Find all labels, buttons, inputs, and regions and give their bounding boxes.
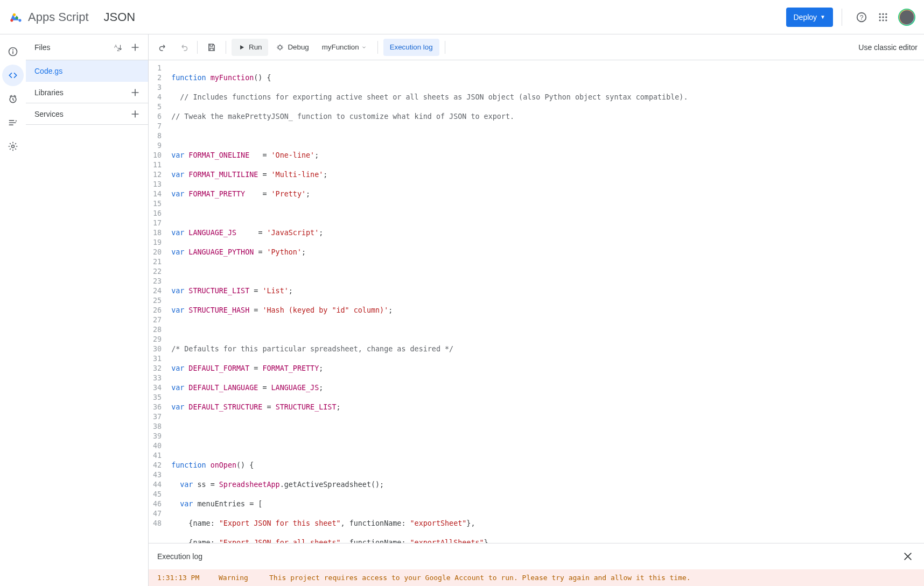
gear-icon [8,141,18,152]
sort-icon: AZ [113,43,123,52]
info-icon [8,46,18,57]
undo-button[interactable] [155,39,172,56]
close-icon [902,551,913,562]
execution-log-title: Execution log [157,552,900,561]
debug-label: Debug [288,43,309,51]
apps-script-logo-icon [9,10,24,25]
svg-text:Z: Z [117,47,120,52]
project-name[interactable]: JSON [104,10,136,24]
rail-editor[interactable] [2,65,24,86]
svg-point-12 [879,19,881,21]
plus-icon [130,109,141,119]
executions-icon [8,117,18,128]
close-execution-log-button[interactable] [900,549,915,564]
execution-log-row: 1:31:13 PM Warning This project requires… [149,569,924,586]
rail-triggers[interactable] [2,88,24,110]
file-code-gs[interactable]: Code.gs [26,60,148,82]
apps-grid-button[interactable] [872,6,894,28]
avatar[interactable] [898,9,915,26]
separator [377,41,378,54]
svg-point-8 [885,13,887,15]
line-gutter: 1234567891011121314151617181920212223242… [149,60,171,543]
help-button[interactable]: ? [851,6,872,28]
debug-button[interactable]: Debug [270,39,314,56]
add-file-button[interactable] [127,39,144,56]
svg-point-13 [882,19,884,21]
left-rail [0,34,26,586]
svg-point-10 [882,16,884,18]
deploy-button[interactable]: Deploy ▼ [786,8,834,27]
help-icon: ? [856,11,867,23]
code-content[interactable]: function myFunction() { // Includes func… [171,60,924,543]
use-classic-editor-link[interactable]: Use classic editor [858,43,918,52]
caret-down-icon: ▼ [820,14,825,20]
rail-executions[interactable] [2,112,24,133]
svg-point-6 [879,13,881,15]
save-icon [207,43,216,52]
code-icon [8,70,18,81]
play-icon [238,44,246,51]
svg-point-14 [885,19,887,21]
apps-grid-icon [878,12,888,23]
log-message: This project requires access to your Goo… [269,574,691,582]
code-editor[interactable]: 1234567891011121314151617181920212223242… [149,60,924,543]
redo-icon [178,43,188,52]
add-library-button[interactable] [127,84,144,101]
function-select[interactable]: myFunction [317,39,372,56]
file-label: Code.gs [34,67,139,75]
divider [842,9,842,26]
deploy-label: Deploy [794,13,817,22]
rail-settings[interactable] [2,136,24,157]
run-label: Run [249,43,262,51]
logo[interactable]: Apps Script [9,10,89,25]
svg-point-19 [11,145,14,148]
services-section[interactable]: Services [26,103,148,125]
svg-point-3 [18,19,21,22]
redo-button[interactable] [174,39,192,56]
svg-point-11 [885,16,887,18]
svg-point-1 [13,13,16,16]
svg-point-7 [882,13,884,15]
execution-log-button[interactable]: Execution log [383,39,439,56]
save-button[interactable] [203,39,220,56]
undo-icon [159,43,169,52]
add-service-button[interactable] [127,105,144,123]
run-button[interactable]: Run [232,39,268,56]
svg-point-2 [16,16,18,19]
execution-log-panel: Execution log 1:31:13 PM Warning This pr… [149,543,924,586]
editor-pane: Run Debug myFunction Execution log Use c… [149,34,924,586]
files-sidebar: Files AZ Code.gs Libraries Services [26,34,149,586]
services-label: Services [34,110,127,118]
rail-overview[interactable] [2,41,24,62]
libraries-section[interactable]: Libraries [26,82,148,103]
product-name: Apps Script [28,10,89,24]
header: Apps Script JSON Deploy ▼ ? [0,0,924,34]
editor-toolbar: Run Debug myFunction Execution log Use c… [149,34,924,60]
plus-icon [130,87,141,98]
files-title: Files [34,43,109,52]
debug-icon [276,43,284,52]
separator [197,41,198,54]
sort-files-button[interactable]: AZ [109,39,127,56]
libraries-label: Libraries [34,88,127,97]
caret-down-icon [361,45,367,50]
svg-text:?: ? [860,13,864,21]
svg-point-22 [278,45,282,49]
function-selected-label: myFunction [322,43,359,51]
svg-point-16 [12,50,13,51]
files-header: Files AZ [26,34,148,60]
separator [445,41,445,54]
clock-icon [8,94,18,104]
log-level: Warning [219,574,256,582]
svg-rect-17 [12,51,13,54]
plus-icon [130,42,141,53]
execution-log-header: Execution log [149,543,924,569]
svg-point-0 [10,19,13,22]
separator [226,41,226,54]
svg-point-9 [879,16,881,18]
log-time: 1:31:13 PM [157,574,206,582]
